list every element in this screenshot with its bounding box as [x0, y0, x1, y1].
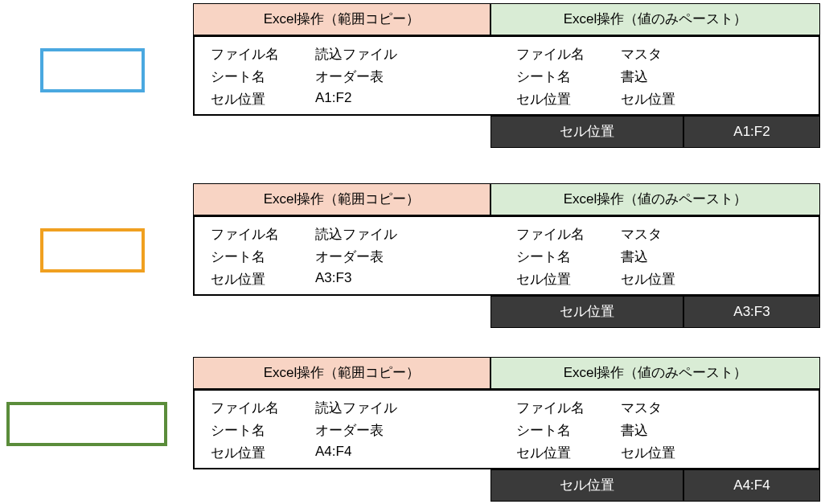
copy1-file-value: 読込ファイル — [315, 45, 397, 64]
header-copy-3: Excel操作（範囲コピー） — [193, 357, 490, 389]
param-name-2: セル位置 — [490, 296, 683, 328]
copy3-cell-value: A4:F4 — [315, 444, 351, 460]
copy3-file-label: ファイル名 — [211, 399, 279, 417]
paste3-file-label: ファイル名 — [516, 399, 585, 417]
panel-2: ファイル名 読込ファイル シート名 オーダー表 セル位置 A3:F3 ファイル名… — [193, 215, 820, 296]
header-paste-3: Excel操作（値のみペースト） — [490, 357, 820, 389]
copy1-cell-label: セル位置 — [211, 90, 265, 109]
paste3-cell-label: セル位置 — [516, 444, 571, 462]
copy2-sheet-value: オーダー表 — [315, 248, 384, 266]
paste2-sheet-value: 書込 — [621, 248, 648, 266]
copy3-cell-label: セル位置 — [211, 444, 265, 462]
paste3-file-value: マスタ — [621, 399, 662, 417]
copy1-sheet-label: シート名 — [211, 68, 265, 86]
copy3-file-value: 読込ファイル — [315, 399, 397, 417]
paste1-cell-value: セル位置 — [621, 90, 675, 109]
paste2-cell-value: セル位置 — [621, 270, 675, 289]
paste2-file-label: ファイル名 — [516, 225, 585, 244]
param-name-3: セル位置 — [490, 469, 683, 502]
paste3-sheet-label: シート名 — [516, 421, 571, 440]
paste2-file-value: マスタ — [621, 225, 662, 244]
copy2-sheet-label: シート名 — [211, 248, 265, 266]
color-chip-3 — [6, 402, 167, 446]
paste1-sheet-value: 書込 — [621, 68, 648, 86]
paste3-sheet-value: 書込 — [621, 421, 648, 440]
paste2-sheet-label: シート名 — [516, 248, 571, 266]
copy1-file-label: ファイル名 — [211, 45, 279, 64]
header-copy-1: Excel操作（範囲コピー） — [193, 3, 490, 35]
copy1-cell-value: A1:F2 — [315, 90, 351, 106]
panel-3: ファイル名 読込ファイル シート名 オーダー表 セル位置 A4:F4 ファイル名… — [193, 389, 820, 469]
copy2-file-label: ファイル名 — [211, 225, 279, 244]
paste1-file-value: マスタ — [621, 45, 662, 64]
copy3-sheet-value: オーダー表 — [315, 421, 384, 440]
panel-1: ファイル名 読込ファイル シート名 オーダー表 セル位置 A1:F2 ファイル名… — [193, 35, 820, 116]
copy2-cell-label: セル位置 — [211, 270, 265, 289]
copy2-cell-value: A3:F3 — [315, 270, 351, 286]
paste2-cell-label: セル位置 — [516, 270, 571, 289]
copy2-file-value: 読込ファイル — [315, 225, 397, 244]
header-paste-1: Excel操作（値のみペースト） — [490, 3, 820, 35]
copy1-sheet-value: オーダー表 — [315, 68, 384, 86]
copy3-sheet-label: シート名 — [211, 421, 265, 440]
param-value-1: A1:F2 — [683, 116, 820, 148]
header-copy-2: Excel操作（範囲コピー） — [193, 183, 490, 215]
color-chip-1 — [40, 48, 145, 92]
color-chip-2 — [40, 228, 145, 272]
param-name-1: セル位置 — [490, 116, 683, 148]
paste1-sheet-label: シート名 — [516, 68, 571, 86]
header-paste-2: Excel操作（値のみペースト） — [490, 183, 820, 215]
param-value-2: A3:F3 — [683, 296, 820, 328]
paste1-cell-label: セル位置 — [516, 90, 571, 109]
param-value-3: A4:F4 — [683, 469, 820, 502]
paste1-file-label: ファイル名 — [516, 45, 585, 64]
paste3-cell-value: セル位置 — [621, 444, 675, 462]
